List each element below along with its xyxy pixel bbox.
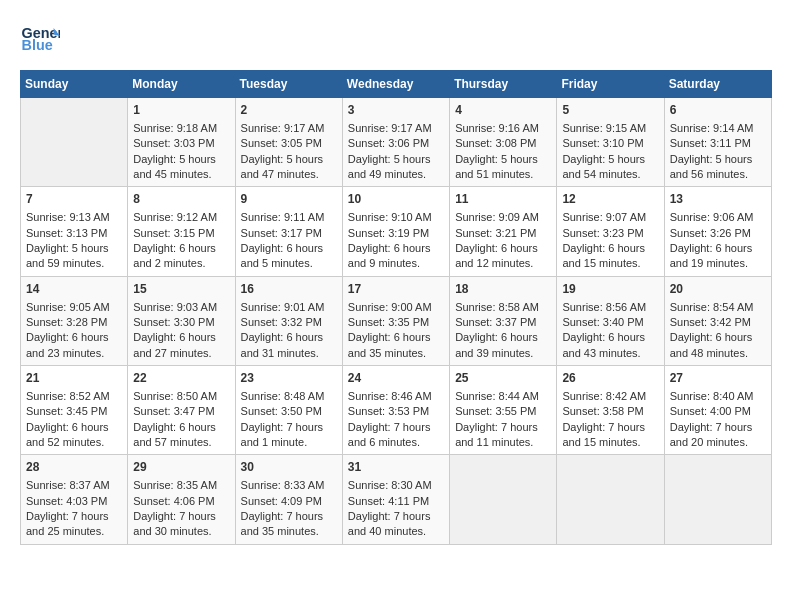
day-number: 20	[670, 281, 766, 298]
day-number: 31	[348, 459, 444, 476]
day-info: Sunset: 3:37 PM	[455, 315, 551, 330]
calendar-cell: 8Sunrise: 9:12 AMSunset: 3:15 PMDaylight…	[128, 187, 235, 276]
day-info: Sunrise: 8:54 AM	[670, 300, 766, 315]
week-row-1: 1Sunrise: 9:18 AMSunset: 3:03 PMDaylight…	[21, 98, 772, 187]
day-info: Sunset: 3:28 PM	[26, 315, 122, 330]
day-info: Sunset: 3:05 PM	[241, 136, 337, 151]
day-info: and 1 minute.	[241, 435, 337, 450]
day-info: and 49 minutes.	[348, 167, 444, 182]
day-number: 23	[241, 370, 337, 387]
calendar-cell: 30Sunrise: 8:33 AMSunset: 4:09 PMDayligh…	[235, 455, 342, 544]
calendar-table: SundayMondayTuesdayWednesdayThursdayFrid…	[20, 70, 772, 545]
day-info: Sunset: 4:11 PM	[348, 494, 444, 509]
day-info: and 43 minutes.	[562, 346, 658, 361]
day-info: Sunrise: 9:00 AM	[348, 300, 444, 315]
header-wednesday: Wednesday	[342, 71, 449, 98]
day-info: Sunset: 3:53 PM	[348, 404, 444, 419]
day-number: 25	[455, 370, 551, 387]
day-number: 24	[348, 370, 444, 387]
day-info: Sunrise: 9:09 AM	[455, 210, 551, 225]
day-info: Sunrise: 8:50 AM	[133, 389, 229, 404]
calendar-cell: 9Sunrise: 9:11 AMSunset: 3:17 PMDaylight…	[235, 187, 342, 276]
day-info: and 6 minutes.	[348, 435, 444, 450]
day-info: Sunset: 4:03 PM	[26, 494, 122, 509]
day-number: 9	[241, 191, 337, 208]
day-info: and 27 minutes.	[133, 346, 229, 361]
day-info: Sunrise: 8:42 AM	[562, 389, 658, 404]
calendar-cell: 13Sunrise: 9:06 AMSunset: 3:26 PMDayligh…	[664, 187, 771, 276]
day-info: Sunrise: 9:13 AM	[26, 210, 122, 225]
day-info: and 51 minutes.	[455, 167, 551, 182]
day-number: 7	[26, 191, 122, 208]
day-info: Sunrise: 9:15 AM	[562, 121, 658, 136]
calendar-cell: 6Sunrise: 9:14 AMSunset: 3:11 PMDaylight…	[664, 98, 771, 187]
day-info: Daylight: 7 hours	[26, 509, 122, 524]
day-info: Sunrise: 8:56 AM	[562, 300, 658, 315]
day-info: Daylight: 6 hours	[562, 241, 658, 256]
header-sunday: Sunday	[21, 71, 128, 98]
day-number: 28	[26, 459, 122, 476]
day-info: Sunrise: 9:11 AM	[241, 210, 337, 225]
day-info: and 5 minutes.	[241, 256, 337, 271]
day-info: Sunrise: 8:30 AM	[348, 478, 444, 493]
day-info: and 48 minutes.	[670, 346, 766, 361]
day-info: Sunrise: 9:05 AM	[26, 300, 122, 315]
calendar-cell: 19Sunrise: 8:56 AMSunset: 3:40 PMDayligh…	[557, 276, 664, 365]
day-info: Daylight: 5 hours	[348, 152, 444, 167]
day-number: 2	[241, 102, 337, 119]
day-info: Sunrise: 9:07 AM	[562, 210, 658, 225]
day-number: 22	[133, 370, 229, 387]
day-number: 5	[562, 102, 658, 119]
calendar-cell: 14Sunrise: 9:05 AMSunset: 3:28 PMDayligh…	[21, 276, 128, 365]
calendar-cell: 29Sunrise: 8:35 AMSunset: 4:06 PMDayligh…	[128, 455, 235, 544]
day-info: Daylight: 5 hours	[241, 152, 337, 167]
calendar-cell: 10Sunrise: 9:10 AMSunset: 3:19 PMDayligh…	[342, 187, 449, 276]
day-info: Daylight: 6 hours	[348, 330, 444, 345]
day-info: Sunset: 3:40 PM	[562, 315, 658, 330]
calendar-cell: 15Sunrise: 9:03 AMSunset: 3:30 PMDayligh…	[128, 276, 235, 365]
day-info: Sunset: 3:13 PM	[26, 226, 122, 241]
day-info: Sunset: 4:09 PM	[241, 494, 337, 509]
day-info: Sunset: 3:17 PM	[241, 226, 337, 241]
day-number: 17	[348, 281, 444, 298]
day-info: Daylight: 7 hours	[670, 420, 766, 435]
calendar-cell	[664, 455, 771, 544]
header-friday: Friday	[557, 71, 664, 98]
day-info: and 47 minutes.	[241, 167, 337, 182]
day-info: Sunrise: 8:37 AM	[26, 478, 122, 493]
header-monday: Monday	[128, 71, 235, 98]
calendar-cell: 27Sunrise: 8:40 AMSunset: 4:00 PMDayligh…	[664, 366, 771, 455]
day-number: 30	[241, 459, 337, 476]
day-info: and 2 minutes.	[133, 256, 229, 271]
header-saturday: Saturday	[664, 71, 771, 98]
day-info: Daylight: 6 hours	[133, 330, 229, 345]
day-info: and 25 minutes.	[26, 524, 122, 539]
week-row-3: 14Sunrise: 9:05 AMSunset: 3:28 PMDayligh…	[21, 276, 772, 365]
day-info: Sunset: 3:15 PM	[133, 226, 229, 241]
day-info: and 30 minutes.	[133, 524, 229, 539]
day-info: Sunrise: 8:33 AM	[241, 478, 337, 493]
day-info: and 31 minutes.	[241, 346, 337, 361]
day-info: Sunrise: 9:03 AM	[133, 300, 229, 315]
day-info: and 45 minutes.	[133, 167, 229, 182]
day-info: Sunrise: 9:12 AM	[133, 210, 229, 225]
day-info: and 35 minutes.	[348, 346, 444, 361]
calendar-cell: 21Sunrise: 8:52 AMSunset: 3:45 PMDayligh…	[21, 366, 128, 455]
day-number: 12	[562, 191, 658, 208]
day-info: Sunset: 3:45 PM	[26, 404, 122, 419]
calendar-cell: 17Sunrise: 9:00 AMSunset: 3:35 PMDayligh…	[342, 276, 449, 365]
day-info: Sunset: 4:06 PM	[133, 494, 229, 509]
day-info: and 9 minutes.	[348, 256, 444, 271]
day-info: Sunrise: 9:16 AM	[455, 121, 551, 136]
day-info: Sunset: 3:55 PM	[455, 404, 551, 419]
calendar-cell: 26Sunrise: 8:42 AMSunset: 3:58 PMDayligh…	[557, 366, 664, 455]
day-info: and 15 minutes.	[562, 435, 658, 450]
week-row-4: 21Sunrise: 8:52 AMSunset: 3:45 PMDayligh…	[21, 366, 772, 455]
calendar-cell: 20Sunrise: 8:54 AMSunset: 3:42 PMDayligh…	[664, 276, 771, 365]
calendar-cell: 3Sunrise: 9:17 AMSunset: 3:06 PMDaylight…	[342, 98, 449, 187]
day-info: Sunrise: 9:01 AM	[241, 300, 337, 315]
day-info: Daylight: 6 hours	[348, 241, 444, 256]
day-number: 18	[455, 281, 551, 298]
day-info: Sunset: 3:26 PM	[670, 226, 766, 241]
day-info: Daylight: 5 hours	[26, 241, 122, 256]
